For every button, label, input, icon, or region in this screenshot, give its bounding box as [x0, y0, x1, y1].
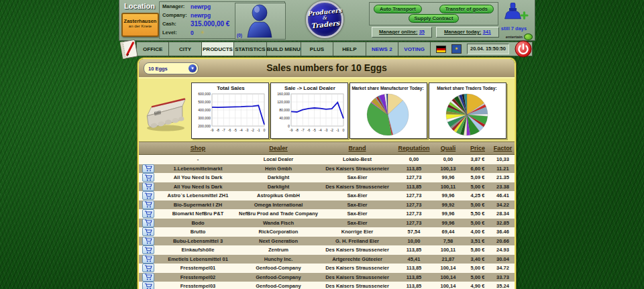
svg-text:-7: -7: [222, 128, 225, 132]
row-icon-cell: [139, 219, 158, 228]
tab-plus[interactable]: PLUS: [301, 42, 333, 56]
row-icon-cell: [139, 155, 158, 164]
manager-online-stat[interactable]: Manager online: 35: [372, 27, 432, 38]
cart-icon[interactable]: [142, 264, 154, 272]
brand-cell: Des Kaisers Strausseneier: [319, 182, 396, 192]
factor-cell: 46.41: [491, 191, 515, 200]
table-row: Bubu-Lebensmittel 3Next GenerationG. H. …: [139, 237, 515, 246]
cart-icon[interactable]: [142, 227, 154, 236]
brand-cell: Des Kaisers Strausseneier: [319, 245, 396, 255]
column-header-reputation[interactable]: Reputation: [396, 142, 432, 154]
power-button[interactable]: [515, 40, 532, 58]
cart-icon[interactable]: [142, 164, 154, 173]
entertain-icon: [524, 34, 533, 40]
svg-text:120,000: 120,000: [277, 100, 290, 104]
column-header-brand[interactable]: Brand: [319, 142, 396, 154]
reputation-cell: 10,00: [396, 237, 432, 246]
product-titlebar: Sales numbers for 10 Eggs 10 Eggs ▼: [139, 59, 515, 77]
cash-label: Cash:: [162, 21, 191, 27]
cart-icon[interactable]: [142, 273, 154, 282]
cart-icon[interactable]: [142, 209, 154, 218]
manager-online-value[interactable]: 35: [419, 29, 425, 35]
eu-flag-icon[interactable]: ✶: [451, 44, 462, 54]
factor-cell: 34.22: [491, 200, 515, 210]
svg-text:400,000: 400,000: [198, 108, 211, 112]
shop-cell: Bubu-Lebensmittel 3: [158, 237, 238, 246]
product-selector[interactable]: 10 Eggs ▼: [144, 62, 199, 74]
premium-stamp-icon[interactable]: [503, 3, 529, 24]
supply-contract-button[interactable]: Supply Contract: [409, 14, 460, 23]
cart-icon[interactable]: [142, 282, 154, 289]
entertain-label: entertain: [506, 35, 523, 39]
svg-text:-3: -3: [246, 128, 249, 132]
datetime-display: 20.04. 15:50:50: [467, 44, 509, 54]
table-row: Astro´s Lebensmittel ZH1Astropikus GmbHS…: [139, 191, 515, 200]
svg-text:0: 0: [343, 128, 345, 132]
column-header-factor[interactable]: Factor: [491, 142, 515, 154]
dealer-cell: Genfood-Company: [238, 264, 319, 273]
quali-cell: 99,96: [432, 209, 464, 219]
factor-cell: 30.04: [491, 255, 515, 264]
shop-cell: Astro´s Lebensmittel ZH1: [158, 191, 238, 200]
table-header: ShopDealerBrandReputationQualiPriceFacto…: [139, 142, 515, 155]
brand-cell: Des Kaisers Strausseneier: [319, 264, 396, 273]
reputation-cell: 45,41: [396, 255, 432, 264]
quali-cell: 99,96: [432, 191, 464, 200]
transfer-of-goods-button[interactable]: Transfer of goods: [439, 5, 494, 13]
manager-today-stat[interactable]: Manager today: 341: [436, 27, 499, 38]
row-icon-cell: [139, 282, 158, 289]
column-header-quali[interactable]: Quali: [432, 142, 464, 154]
factor-cell: 28.34: [491, 209, 515, 219]
notepad-icon[interactable]: [118, 38, 140, 60]
tab-products[interactable]: PRODUCTS: [202, 42, 234, 56]
dealer-cell: Genfood-Company: [238, 273, 319, 282]
cart-icon[interactable]: [142, 237, 154, 245]
manager-today-value[interactable]: 341: [483, 29, 492, 35]
column-header-shop[interactable]: Shop: [158, 142, 238, 154]
tab-voting[interactable]: VOTING: [398, 42, 431, 56]
company-value[interactable]: newrpg: [191, 12, 211, 19]
svg-text:-8: -8: [216, 128, 219, 132]
tab-news-2[interactable]: NEWS 2: [366, 42, 398, 56]
row-icon-cell: [139, 264, 158, 273]
egg-carton-image: [140, 93, 191, 135]
column-header-price[interactable]: Price: [464, 142, 491, 154]
entertain-badge[interactable]: entertain: [495, 34, 533, 40]
cart-icon[interactable]: [142, 219, 154, 227]
german-flag-icon[interactable]: [436, 46, 446, 53]
avatar[interactable]: (0): [235, 3, 286, 40]
location-sign[interactable]: Zasterhausen an der Knete: [121, 13, 159, 37]
manager-value[interactable]: newrpg: [191, 3, 211, 10]
factor-cell: 23.38: [491, 182, 515, 192]
tab-city[interactable]: CITY: [169, 42, 201, 56]
quali-cell: 69,44: [432, 227, 464, 237]
cart-icon[interactable]: [142, 173, 154, 182]
company-label: Company:: [162, 12, 191, 18]
game-logo[interactable]: Producers & Traders: [306, 1, 343, 38]
level-star-icon: ✳: [201, 30, 205, 36]
manager-today-label: Manager today:: [444, 29, 481, 35]
column-header-dealer[interactable]: Dealer: [238, 142, 319, 154]
quali-cell: 100,11: [432, 182, 464, 192]
tab-statistics[interactable]: STATISTICS: [234, 42, 266, 56]
auto-transport-button[interactable]: Auto Transport: [374, 5, 422, 13]
cart-icon[interactable]: [142, 191, 154, 200]
level-label: Level:: [162, 30, 191, 36]
cart-icon[interactable]: [142, 245, 154, 254]
tab-office[interactable]: OFFICE: [137, 42, 169, 56]
reputation-cell: 113,85: [396, 264, 432, 273]
svg-text:600,000: 600,000: [198, 92, 211, 96]
nav-tabs: OFFICECITYPRODUCTSSTATISTICSBUILD MENUPL…: [137, 42, 431, 56]
table-row: -Local DealerLokalo-Best0,000,003,87 €10…: [139, 155, 515, 164]
tab-build-menu[interactable]: BUILD MENU: [267, 42, 301, 56]
quali-cell: 99,96: [432, 173, 464, 182]
tab-help[interactable]: HELP: [333, 42, 366, 56]
cart-icon[interactable]: [142, 255, 154, 264]
cart-icon[interactable]: [142, 200, 154, 209]
table-row: EinkaufshölleZentrumDes Kaisers Strausse…: [139, 245, 515, 255]
chevron-down-icon[interactable]: ▼: [189, 64, 197, 72]
row-icon-cell: [139, 164, 158, 174]
cart-icon[interactable]: [142, 182, 154, 191]
shop-cell: Brutto: [158, 227, 238, 237]
brand-cell: Knorrige Eier: [319, 227, 396, 237]
